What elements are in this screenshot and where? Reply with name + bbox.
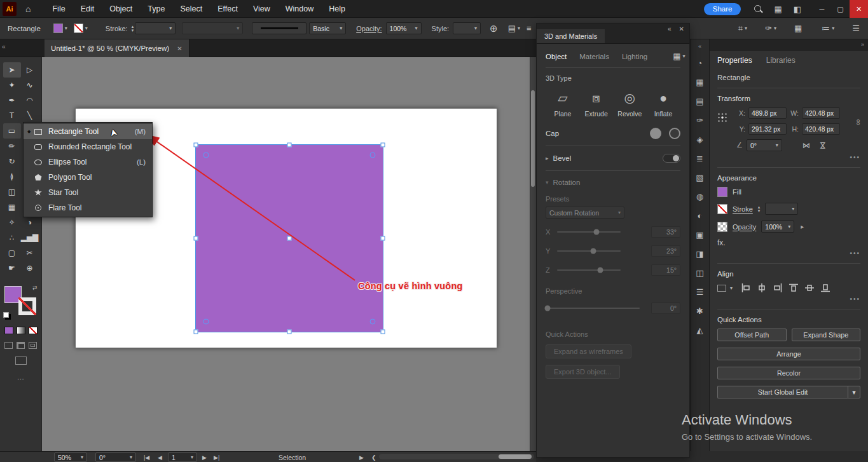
dock-icon-gradient[interactable]: ▧ [691, 168, 709, 187]
3d-panel-tab[interactable]: 3D and Materials [537, 29, 605, 43]
close-tab-icon[interactable]: ✕ [177, 45, 182, 52]
selection-tool[interactable]: ➤ [3, 62, 21, 78]
align-options-icon[interactable]: ≡ [527, 24, 532, 33]
selection-handle[interactable] [381, 330, 385, 334]
close-panel-icon[interactable]: ✕ [679, 25, 684, 32]
dock-icon-brushes[interactable]: ✑ [691, 111, 709, 130]
selection-handle[interactable] [194, 143, 198, 147]
tab-object[interactable]: Object [546, 53, 567, 60]
rotation-select[interactable]: 0° ▾ [747, 139, 782, 151]
opacity-select[interactable]: 100% ▾ [761, 221, 794, 233]
symbol-sprayer-tool[interactable]: ∴ [3, 230, 21, 245]
draw-normal-button[interactable] [4, 342, 13, 349]
none-button[interactable] [29, 327, 38, 334]
panel-grid-icon[interactable]: ▦ [794, 24, 804, 33]
home-icon[interactable]: ⌂ [25, 4, 31, 14]
cap-round-button[interactable] [669, 128, 680, 139]
direct-selection-tool[interactable]: ▷ [21, 62, 39, 78]
opacity-icon[interactable] [717, 222, 727, 232]
rotate-tool[interactable]: ↻ [3, 154, 21, 169]
perspective-value[interactable]: 0° [651, 302, 680, 314]
dock-icon-layers[interactable]: ◨ [691, 244, 709, 263]
color-button[interactable] [4, 327, 13, 334]
horizontal-scrollbar[interactable] [379, 454, 534, 459]
rotation-z-slider[interactable] [557, 269, 621, 271]
corner-widget[interactable] [203, 153, 209, 158]
workspace-switcher-icon[interactable]: ▦ [774, 4, 782, 14]
lasso-tool[interactable]: ∿ [21, 78, 39, 93]
rotation-preset-select[interactable]: Custom Rotation ▾ [546, 207, 624, 219]
stroke-swatch[interactable] [717, 204, 727, 214]
align-middle-vertical-icon[interactable] [804, 283, 815, 293]
arrange-button[interactable]: Arrange [717, 348, 860, 360]
artboard-tool[interactable]: ▢ [3, 245, 21, 261]
status-options-icon[interactable]: ▶ [359, 452, 364, 462]
selection-handle[interactable] [194, 330, 198, 334]
menu-item-rectangle-tool[interactable]: ◆ Rectangle Tool (M) [24, 124, 152, 139]
dock-icon-transparency[interactable]: ◍ [691, 187, 709, 206]
dock-icon-navigator[interactable]: ◭ [691, 320, 709, 339]
document-tab[interactable]: Untitled-1* @ 50 % (CMYK/Preview) ✕ [45, 39, 189, 57]
dock-icon-history[interactable]: ✱ [691, 301, 709, 320]
rotation-z-value[interactable]: 15° [651, 264, 680, 276]
swap-fill-stroke-icon[interactable]: ⇄ [32, 285, 38, 291]
hand-tool[interactable]: ☛ [3, 261, 21, 276]
default-fill-stroke-icon[interactable] [3, 312, 9, 318]
revolve-type-button[interactable]: ◎ Revolve [614, 90, 645, 118]
arrange-documents-icon[interactable]: ◧ [794, 4, 801, 14]
last-artboard-icon[interactable]: ▶| [214, 452, 219, 462]
first-artboard-icon[interactable]: |◀ [144, 452, 149, 462]
expand-panels-icon[interactable]: « [691, 39, 709, 53]
align-left-icon[interactable] [741, 283, 751, 293]
recolor-button[interactable]: Recolor [717, 367, 860, 379]
menu-item[interactable]: Type [140, 0, 172, 18]
rectangle-tool[interactable]: ▭ [3, 123, 21, 139]
w-field[interactable]: 420.48 px [802, 107, 840, 119]
gradient-button[interactable] [17, 327, 25, 334]
curvature-tool[interactable]: ◠ [21, 93, 39, 108]
selection-handle[interactable] [287, 143, 292, 147]
center-point-handle[interactable] [287, 236, 292, 241]
selection-handle[interactable] [381, 143, 385, 147]
search-icon[interactable] [754, 4, 762, 13]
tab-properties[interactable]: Properties [717, 56, 752, 65]
close-button[interactable]: ✕ [850, 0, 868, 18]
align-center-horizontal-icon[interactable] [757, 283, 767, 293]
eyedropper-tool[interactable]: ✧ [3, 215, 21, 230]
export-3d-object-button[interactable]: Export 3D object... [546, 365, 620, 379]
zoom-tool[interactable]: ⊕ [21, 261, 39, 276]
share-button[interactable]: Share [704, 3, 741, 15]
menu-item[interactable]: Help [321, 0, 353, 18]
menu-item[interactable]: Select [172, 0, 210, 18]
menu-item[interactable]: Edit [73, 0, 102, 18]
rotation-x-value[interactable]: 33° [651, 226, 680, 238]
menu-item-ellipse-tool[interactable]: Ellipse Tool (L) [24, 154, 152, 170]
rotation-x-slider[interactable] [557, 231, 621, 233]
x-field[interactable]: 489.8 px [748, 107, 787, 119]
draw-behind-button[interactable] [17, 342, 25, 349]
extrude-type-button[interactable]: ⧈ Extrude [581, 90, 612, 118]
menu-item[interactable]: View [245, 0, 278, 18]
slice-tool[interactable]: ✂ [21, 245, 39, 261]
artboard-number-select[interactable]: 1 ▾ [168, 452, 197, 462]
align-bottom-icon[interactable] [820, 283, 830, 293]
dock-icon-color-guide[interactable]: ▦ [691, 72, 709, 92]
menu-item[interactable]: Window [278, 0, 321, 18]
slider-knob[interactable] [591, 248, 596, 254]
rotation-view-select[interactable]: 0° ▾ [95, 452, 136, 462]
next-artboard-icon[interactable]: ▶ [202, 452, 207, 462]
dock-icon-swatches[interactable]: ▤ [691, 92, 709, 111]
plane-type-button[interactable]: ▱ Plane [547, 90, 579, 118]
width-tool[interactable]: ≬ [3, 169, 21, 184]
dock-icon-artboards[interactable]: ▣ [691, 225, 709, 244]
tab-materials[interactable]: Materials [579, 53, 609, 60]
style-select[interactable]: ▾ [453, 22, 481, 34]
grid-options-icon[interactable]: ⌗ ▾ [738, 24, 747, 34]
mesh-tool[interactable]: ▦ [3, 200, 21, 215]
cap-flat-button[interactable] [650, 128, 661, 139]
previous-artboard-icon[interactable]: ◀ [158, 452, 162, 462]
reference-point-selector[interactable] [717, 112, 727, 123]
menu-item-polygon-tool[interactable]: Polygon Tool [24, 170, 152, 185]
edit-toolbar-icon[interactable]: ⋯ [0, 375, 41, 383]
line-segment-tool[interactable]: ╲ [21, 108, 39, 123]
